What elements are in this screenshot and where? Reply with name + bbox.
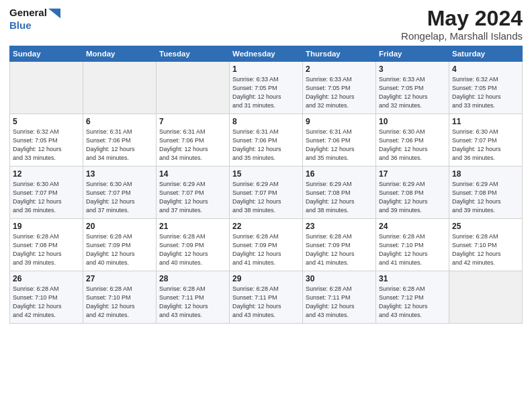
day-number: 23 xyxy=(306,222,373,231)
month-title: May 2024 xyxy=(401,7,523,30)
day-info: Sunrise: 6:28 AM Sunset: 7:11 PM Dayligh… xyxy=(306,285,373,320)
table-row: 22Sunrise: 6:28 AM Sunset: 7:09 PM Dayli… xyxy=(230,219,303,271)
table-row: 24Sunrise: 6:28 AM Sunset: 7:10 PM Dayli… xyxy=(376,219,449,271)
day-number: 10 xyxy=(379,117,446,126)
table-row: 1Sunrise: 6:33 AM Sunset: 7:05 PM Daylig… xyxy=(230,62,303,114)
calendar-week-row: 5Sunrise: 6:32 AM Sunset: 7:05 PM Daylig… xyxy=(10,114,523,167)
day-info: Sunrise: 6:28 AM Sunset: 7:10 PM Dayligh… xyxy=(452,232,519,267)
day-number: 17 xyxy=(379,169,446,179)
table-row: 29Sunrise: 6:28 AM Sunset: 7:11 PM Dayli… xyxy=(230,271,303,324)
day-number: 19 xyxy=(13,222,80,231)
day-info: Sunrise: 6:28 AM Sunset: 7:10 PM Dayligh… xyxy=(13,285,80,320)
day-info: Sunrise: 6:28 AM Sunset: 7:09 PM Dayligh… xyxy=(86,232,153,267)
day-number: 16 xyxy=(306,169,373,179)
page-header: General Blue May 2024 Rongelap, Marshall… xyxy=(9,7,523,42)
day-number: 27 xyxy=(86,274,153,283)
calendar-table: Sunday Monday Tuesday Wednesday Thursday… xyxy=(9,46,523,324)
day-number: 2 xyxy=(306,64,373,74)
col-sunday: Sunday xyxy=(10,46,83,62)
day-number: 20 xyxy=(86,222,153,231)
table-row: 27Sunrise: 6:28 AM Sunset: 7:10 PM Dayli… xyxy=(83,271,157,324)
day-number: 1 xyxy=(232,64,300,74)
day-number: 28 xyxy=(159,274,226,283)
day-number: 26 xyxy=(13,274,80,283)
col-friday: Friday xyxy=(376,46,449,62)
table-row: 18Sunrise: 6:29 AM Sunset: 7:08 PM Dayli… xyxy=(449,167,523,219)
calendar-week-row: 12Sunrise: 6:30 AM Sunset: 7:07 PM Dayli… xyxy=(10,167,523,219)
table-row xyxy=(449,271,523,324)
table-row xyxy=(83,62,157,114)
day-info: Sunrise: 6:28 AM Sunset: 7:12 PM Dayligh… xyxy=(379,285,446,320)
table-row: 11Sunrise: 6:30 AM Sunset: 7:07 PM Dayli… xyxy=(449,114,523,167)
day-info: Sunrise: 6:31 AM Sunset: 7:06 PM Dayligh… xyxy=(232,128,300,163)
logo: General Blue xyxy=(9,7,60,32)
table-row: 9Sunrise: 6:31 AM Sunset: 7:06 PM Daylig… xyxy=(303,114,376,167)
calendar-week-row: 19Sunrise: 6:28 AM Sunset: 7:08 PM Dayli… xyxy=(10,219,523,271)
day-info: Sunrise: 6:30 AM Sunset: 7:07 PM Dayligh… xyxy=(452,128,519,163)
day-number: 3 xyxy=(379,64,446,74)
table-row: 5Sunrise: 6:32 AM Sunset: 7:05 PM Daylig… xyxy=(10,114,83,167)
table-row xyxy=(10,62,83,114)
day-number: 5 xyxy=(13,117,80,126)
day-number: 11 xyxy=(452,117,519,126)
day-number: 31 xyxy=(379,274,446,283)
day-info: Sunrise: 6:31 AM Sunset: 7:06 PM Dayligh… xyxy=(86,128,153,163)
table-row: 25Sunrise: 6:28 AM Sunset: 7:10 PM Dayli… xyxy=(449,219,523,271)
day-info: Sunrise: 6:29 AM Sunset: 7:08 PM Dayligh… xyxy=(452,180,519,215)
location-subtitle: Rongelap, Marshall Islands xyxy=(401,30,523,42)
day-info: Sunrise: 6:30 AM Sunset: 7:07 PM Dayligh… xyxy=(13,180,80,215)
day-info: Sunrise: 6:32 AM Sunset: 7:05 PM Dayligh… xyxy=(452,75,519,110)
day-number: 29 xyxy=(232,274,300,283)
day-number: 25 xyxy=(452,222,519,231)
col-saturday: Saturday xyxy=(449,46,523,62)
calendar-week-row: 26Sunrise: 6:28 AM Sunset: 7:10 PM Dayli… xyxy=(10,271,523,324)
col-thursday: Thursday xyxy=(303,46,376,62)
day-info: Sunrise: 6:31 AM Sunset: 7:06 PM Dayligh… xyxy=(306,128,373,163)
table-row: 8Sunrise: 6:31 AM Sunset: 7:06 PM Daylig… xyxy=(230,114,303,167)
table-row: 4Sunrise: 6:32 AM Sunset: 7:05 PM Daylig… xyxy=(449,62,523,114)
day-number: 4 xyxy=(452,64,519,74)
table-row: 15Sunrise: 6:29 AM Sunset: 7:07 PM Dayli… xyxy=(230,167,303,219)
day-info: Sunrise: 6:29 AM Sunset: 7:08 PM Dayligh… xyxy=(306,180,373,215)
day-info: Sunrise: 6:30 AM Sunset: 7:06 PM Dayligh… xyxy=(379,128,446,163)
day-info: Sunrise: 6:28 AM Sunset: 7:09 PM Dayligh… xyxy=(159,232,226,267)
day-info: Sunrise: 6:28 AM Sunset: 7:11 PM Dayligh… xyxy=(159,285,226,320)
col-wednesday: Wednesday xyxy=(230,46,303,62)
day-number: 18 xyxy=(452,169,519,179)
table-row: 23Sunrise: 6:28 AM Sunset: 7:09 PM Dayli… xyxy=(303,219,376,271)
day-info: Sunrise: 6:31 AM Sunset: 7:06 PM Dayligh… xyxy=(159,128,226,163)
table-row: 6Sunrise: 6:31 AM Sunset: 7:06 PM Daylig… xyxy=(83,114,157,167)
day-number: 14 xyxy=(159,169,226,179)
day-info: Sunrise: 6:28 AM Sunset: 7:08 PM Dayligh… xyxy=(13,232,80,267)
table-row: 17Sunrise: 6:29 AM Sunset: 7:08 PM Dayli… xyxy=(376,167,449,219)
logo-text: General Blue xyxy=(9,7,60,32)
day-number: 22 xyxy=(232,222,300,231)
day-number: 12 xyxy=(13,169,80,179)
day-info: Sunrise: 6:28 AM Sunset: 7:09 PM Dayligh… xyxy=(232,232,300,267)
table-row: 19Sunrise: 6:28 AM Sunset: 7:08 PM Dayli… xyxy=(10,219,83,271)
day-info: Sunrise: 6:33 AM Sunset: 7:05 PM Dayligh… xyxy=(379,75,446,110)
table-row: 14Sunrise: 6:29 AM Sunset: 7:07 PM Dayli… xyxy=(157,167,230,219)
calendar-header-row: Sunday Monday Tuesday Wednesday Thursday… xyxy=(10,46,523,62)
table-row: 31Sunrise: 6:28 AM Sunset: 7:12 PM Dayli… xyxy=(376,271,449,324)
col-tuesday: Tuesday xyxy=(157,46,230,62)
day-info: Sunrise: 6:29 AM Sunset: 7:08 PM Dayligh… xyxy=(379,180,446,215)
table-row: 26Sunrise: 6:28 AM Sunset: 7:10 PM Dayli… xyxy=(10,271,83,324)
day-info: Sunrise: 6:28 AM Sunset: 7:10 PM Dayligh… xyxy=(86,285,153,320)
day-info: Sunrise: 6:33 AM Sunset: 7:05 PM Dayligh… xyxy=(232,75,300,110)
title-block: May 2024 Rongelap, Marshall Islands xyxy=(401,7,523,42)
day-number: 8 xyxy=(232,117,300,126)
day-number: 9 xyxy=(306,117,373,126)
table-row: 16Sunrise: 6:29 AM Sunset: 7:08 PM Dayli… xyxy=(303,167,376,219)
table-row: 12Sunrise: 6:30 AM Sunset: 7:07 PM Dayli… xyxy=(10,167,83,219)
day-info: Sunrise: 6:28 AM Sunset: 7:10 PM Dayligh… xyxy=(379,232,446,267)
table-row: 2Sunrise: 6:33 AM Sunset: 7:05 PM Daylig… xyxy=(303,62,376,114)
svg-marker-0 xyxy=(48,9,60,18)
day-number: 24 xyxy=(379,222,446,231)
table-row: 28Sunrise: 6:28 AM Sunset: 7:11 PM Dayli… xyxy=(157,271,230,324)
day-number: 6 xyxy=(86,117,153,126)
table-row: 21Sunrise: 6:28 AM Sunset: 7:09 PM Dayli… xyxy=(157,219,230,271)
table-row: 7Sunrise: 6:31 AM Sunset: 7:06 PM Daylig… xyxy=(157,114,230,167)
day-number: 21 xyxy=(159,222,226,231)
table-row xyxy=(157,62,230,114)
